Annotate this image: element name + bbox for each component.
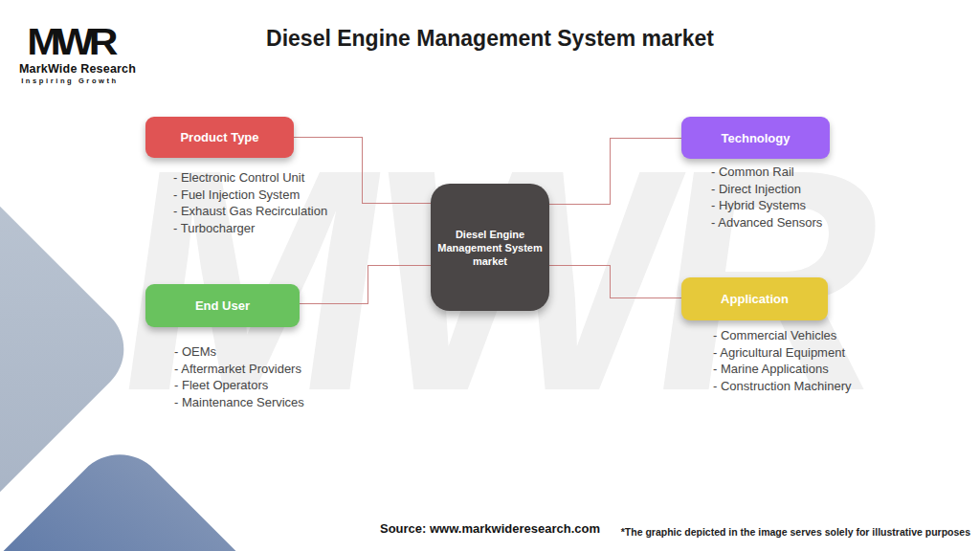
list-item: Advanced Sensors bbox=[711, 214, 822, 231]
list-item: Maintenance Services bbox=[174, 394, 304, 411]
connector-line bbox=[368, 265, 368, 304]
product-type-box: Product Type bbox=[145, 117, 294, 158]
central-market-box-line: Diesel Engine bbox=[456, 228, 524, 241]
technology-box: Technology bbox=[681, 117, 830, 159]
end-user-box: End User bbox=[145, 284, 300, 327]
list-item: Common Rail bbox=[711, 164, 822, 181]
technology-label: Technology bbox=[722, 131, 791, 145]
connector-line bbox=[610, 138, 681, 139]
connector-line bbox=[610, 298, 681, 298]
list-item: Exhaust Gas Recirculation bbox=[173, 203, 327, 220]
disclaimer-text: *The graphic depicted in the image serve… bbox=[621, 526, 970, 538]
connector-line bbox=[300, 303, 368, 304]
logo-tagline: Inspiring Growth bbox=[19, 77, 121, 85]
product-type-list: Electronic Control Unit Fuel Injection S… bbox=[173, 169, 327, 236]
end-user-list: OEMs Aftermarket Providers Fleet Operato… bbox=[174, 343, 304, 410]
application-list: Commercial Vehicles Agricultural Equipme… bbox=[713, 327, 852, 394]
central-market-box: Diesel Engine Management System market bbox=[431, 184, 549, 311]
end-user-label: End User bbox=[195, 298, 250, 313]
connector-line bbox=[549, 265, 610, 266]
connector-line bbox=[362, 203, 431, 204]
list-item: Hybrid Systems bbox=[711, 197, 822, 214]
connector-line bbox=[610, 138, 611, 205]
list-item: Turbocharger bbox=[173, 220, 327, 237]
page-title: Diesel Engine Management System market bbox=[0, 26, 980, 52]
connector-line bbox=[549, 204, 610, 205]
application-label: Application bbox=[721, 292, 789, 306]
list-item: Marine Applications bbox=[713, 361, 852, 378]
technology-list: Common Rail Direct Injection Hybrid Syst… bbox=[711, 164, 822, 231]
product-type-label: Product Type bbox=[180, 130, 258, 144]
list-item: Fuel Injection System bbox=[173, 187, 327, 204]
central-market-box-line: Management System bbox=[437, 241, 542, 254]
list-item: Direct Injection bbox=[711, 181, 822, 198]
diagram-canvas: MWR MWR MarkWide Research Inspiring Grow… bbox=[0, 0, 980, 551]
list-item: Fleet Operators bbox=[174, 377, 304, 394]
list-item: OEMs bbox=[174, 343, 304, 361]
list-item: Electronic Control Unit bbox=[173, 169, 327, 187]
logo-company-name: MarkWide Research bbox=[19, 62, 121, 76]
list-item: Commercial Vehicles bbox=[713, 327, 852, 344]
connector-line bbox=[610, 265, 611, 298]
application-box: Application bbox=[681, 277, 828, 320]
connector-line bbox=[362, 137, 363, 204]
connector-line bbox=[294, 137, 362, 138]
connector-line bbox=[368, 265, 431, 266]
list-item: Aftermarket Providers bbox=[174, 361, 304, 378]
central-market-box-line: market bbox=[473, 254, 507, 268]
list-item: Construction Machinery bbox=[713, 378, 852, 395]
list-item: Agricultural Equipment bbox=[713, 344, 852, 362]
